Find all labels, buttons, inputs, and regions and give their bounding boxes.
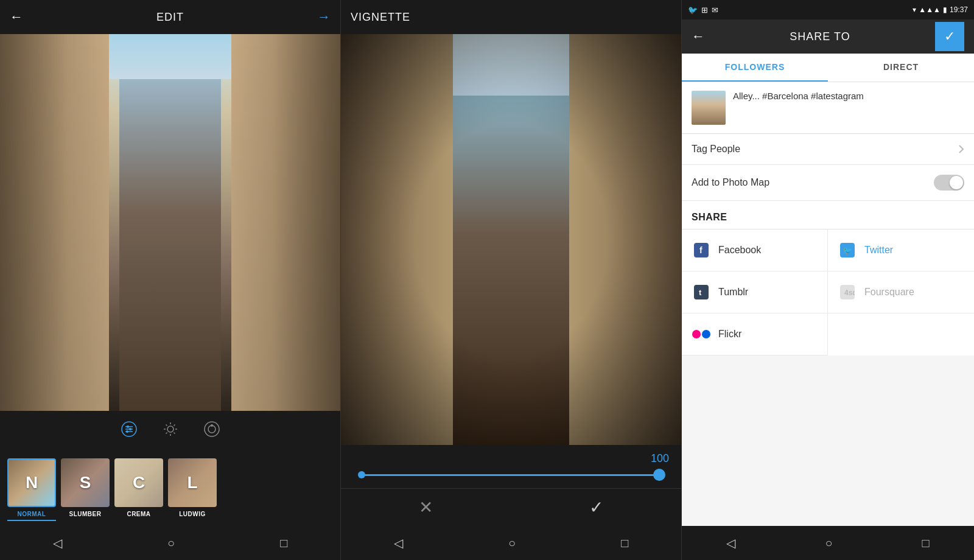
nav-recent-button-v[interactable]: □ <box>609 534 640 553</box>
share-flickr[interactable]: Flickr <box>682 313 828 355</box>
svg-text:t: t <box>699 288 702 297</box>
svg-text:f: f <box>699 245 702 255</box>
share-foursquare[interactable]: 4sq Foursquare <box>828 271 974 313</box>
nav-home-button[interactable]: ○ <box>155 534 187 553</box>
edit-title: EDIT <box>156 11 184 24</box>
filter-crema-thumb: C <box>114 458 163 507</box>
share-nav-back[interactable]: ◁ <box>714 533 748 553</box>
tumblr-icon: t <box>692 282 711 302</box>
photo-map-row[interactable]: Add to Photo Map <box>682 165 974 201</box>
caption-input[interactable]: Alley... #Barcelona #latestagram <box>733 91 964 125</box>
building-right <box>231 34 340 411</box>
svg-point-6 <box>126 430 128 433</box>
photo-content <box>0 34 340 411</box>
flickr-icon <box>692 324 711 344</box>
vignette-action-bar: ✕ ✓ <box>341 488 681 526</box>
edit-photo <box>0 34 340 411</box>
svg-text:🐦: 🐦 <box>843 245 853 256</box>
tumblr-label: Tumblr <box>718 287 748 298</box>
slider-value-display: 100 <box>353 452 669 465</box>
twitter-status-icon: 🐦 <box>688 5 698 15</box>
slider-thumb[interactable] <box>653 469 665 481</box>
chevron-right-icon <box>958 144 964 154</box>
nav-recent-button[interactable]: □ <box>268 534 300 553</box>
filter-crema-label: CREMA <box>127 511 150 517</box>
adjust-tool[interactable] <box>121 421 138 441</box>
share-panel-bottom <box>682 355 974 526</box>
filter-slumber-label: SLUMBER <box>69 511 102 517</box>
wifi-icon: ▾ <box>913 5 916 14</box>
street <box>119 79 222 411</box>
vignette-header: VIGNETTE <box>341 0 681 34</box>
share-confirm-button[interactable]: ✓ <box>935 22 964 51</box>
cancel-button[interactable]: ✕ <box>419 497 433 517</box>
edit-header: ← EDIT → <box>0 0 340 34</box>
caption-thumbnail <box>692 91 726 125</box>
vignette-photo-content <box>341 34 681 445</box>
filter-selected-indicator <box>7 520 56 521</box>
svg-text:4sq: 4sq <box>844 289 855 297</box>
nav-back-button-v[interactable]: ◁ <box>382 533 415 553</box>
forward-button[interactable]: → <box>317 9 331 25</box>
filter-normal-thumb: N <box>7 458 56 507</box>
svg-point-16 <box>205 422 219 436</box>
share-facebook[interactable]: f Facebook <box>682 229 828 271</box>
photo-map-toggle[interactable] <box>934 175 964 191</box>
filter-ludwig-thumb: L <box>168 458 217 507</box>
tab-followers[interactable]: FOLLOWERS <box>682 54 828 82</box>
vignette-title: VIGNETTE <box>351 11 410 24</box>
share-back-button[interactable]: ← <box>692 29 705 44</box>
share-grid: f Facebook 🐦 Twitter t Tumblr <box>682 229 974 355</box>
edit-nav-bar: ◁ ○ □ <box>0 526 340 560</box>
back-button[interactable]: ← <box>10 9 23 25</box>
twitter-icon: 🐦 <box>838 240 857 260</box>
share-nav-home[interactable]: ○ <box>813 534 844 553</box>
svg-point-5 <box>129 428 131 430</box>
brightness-tool[interactable] <box>162 421 179 441</box>
filter-slumber[interactable]: S SLUMBER <box>61 458 110 521</box>
share-nav-recent[interactable]: □ <box>909 534 941 553</box>
tag-people-row[interactable]: Tag People <box>682 134 974 165</box>
tab-direct[interactable]: DIRECT <box>828 54 974 82</box>
filter-ludwig[interactable]: L LUDWIG <box>168 458 217 521</box>
share-twitter[interactable]: 🐦 Twitter <box>828 229 974 271</box>
toggle-knob <box>950 176 963 189</box>
svg-line-14 <box>173 425 175 426</box>
svg-point-18 <box>211 424 213 427</box>
share-header: ← SHARE TO ✓ <box>682 19 974 54</box>
share-title: SHARE TO <box>790 30 850 43</box>
nav-back-button[interactable]: ◁ <box>41 533 74 553</box>
vignette-photo-area <box>341 34 681 445</box>
v-sky <box>453 34 569 96</box>
v-street <box>453 96 569 445</box>
sky <box>109 34 231 79</box>
foursquare-label: Foursquare <box>864 287 914 298</box>
slider-row <box>353 469 669 481</box>
filter-normal[interactable]: N NORMAL <box>7 458 56 521</box>
vignette-panel: VIGNETTE 100 ✕ ✓ ◁ ○ □ <box>341 0 682 560</box>
status-bar: 🐦 ⊞ ✉ ▾ ▲▲▲ ▮ 19:37 <box>682 0 974 19</box>
confirm-button[interactable]: ✓ <box>589 497 603 517</box>
svg-line-12 <box>166 425 167 426</box>
svg-point-4 <box>127 425 129 428</box>
caption-thumb-image <box>692 91 726 125</box>
svg-line-15 <box>166 433 167 434</box>
filter-crema[interactable]: C CREMA <box>114 458 163 521</box>
share-tumblr[interactable]: t Tumblr <box>682 271 828 313</box>
curves-tool[interactable] <box>203 421 220 441</box>
caption-row: Alley... #Barcelona #latestagram <box>682 82 974 134</box>
share-tabs: FOLLOWERS DIRECT <box>682 54 974 82</box>
time-display: 19:37 <box>950 5 968 14</box>
slider-track[interactable] <box>359 474 663 476</box>
status-left-icons: 🐦 ⊞ ✉ <box>688 5 718 15</box>
facebook-icon: f <box>692 240 711 260</box>
nav-home-button-v[interactable]: ○ <box>496 534 528 553</box>
filter-normal-label: NORMAL <box>18 511 46 517</box>
foursquare-icon: 4sq <box>838 282 857 302</box>
svg-line-13 <box>173 433 175 434</box>
slider-start-knob <box>358 471 365 478</box>
signal-icon: ▲▲▲ <box>919 5 941 14</box>
mail-status-icon: ✉ <box>712 5 718 15</box>
flickr-dot-pink <box>692 330 701 338</box>
share-panel: 🐦 ⊞ ✉ ▾ ▲▲▲ ▮ 19:37 ← SHARE TO ✓ FOLLOWE… <box>682 0 974 560</box>
